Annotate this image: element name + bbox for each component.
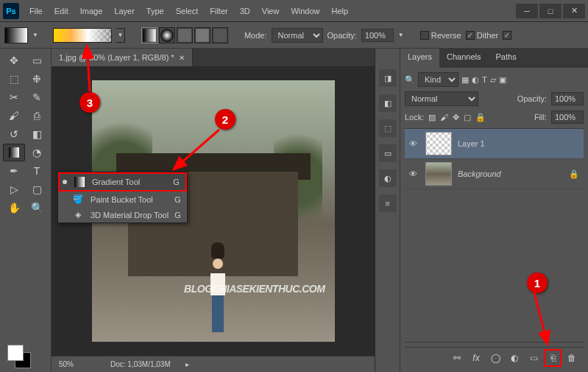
gradient-tool[interactable] bbox=[3, 144, 25, 161]
zoom-tool[interactable]: 🔍 bbox=[26, 199, 48, 217]
color-swatches[interactable] bbox=[7, 345, 24, 361]
adjustments-panel-icon[interactable]: ◐ bbox=[379, 169, 397, 187]
color-panel-icon[interactable]: ◧ bbox=[379, 94, 397, 112]
filter-shape-icon[interactable]: ▱ bbox=[490, 75, 496, 85]
filter-type-icon[interactable]: T bbox=[482, 75, 487, 84]
menu-edit[interactable]: Edit bbox=[49, 4, 74, 18]
layer-thumbnail[interactable] bbox=[425, 162, 452, 186]
blur-tool[interactable]: ◔ bbox=[26, 144, 48, 161]
delete-layer-icon[interactable]: 🗑 bbox=[566, 352, 578, 364]
tab-layers[interactable]: Layers bbox=[400, 49, 439, 68]
lock-transparent-icon[interactable]: ▨ bbox=[428, 113, 436, 122]
foreground-color-swatch[interactable] bbox=[7, 345, 24, 361]
menu-image[interactable]: Image bbox=[74, 4, 109, 18]
close-icon[interactable]: ✕ bbox=[179, 54, 185, 62]
history-panel-icon[interactable]: ◨ bbox=[379, 69, 397, 87]
blend-mode-select[interactable]: Normal bbox=[272, 28, 323, 43]
type-tool[interactable]: T bbox=[26, 162, 48, 180]
layer-filter-select[interactable]: Kind bbox=[418, 72, 458, 87]
history-brush-tool[interactable]: ↺ bbox=[3, 125, 25, 143]
lock-image-icon[interactable]: 🖌 bbox=[440, 113, 448, 122]
search-icon[interactable]: 🔍 bbox=[405, 75, 415, 85]
layer-opacity-label: Opacity: bbox=[517, 94, 547, 103]
pen-tool[interactable]: ✒ bbox=[3, 162, 25, 180]
lasso-tool[interactable]: ❉ bbox=[26, 70, 48, 88]
watermark-text: BLOGCHIASEKIENTHUC.COM bbox=[184, 283, 325, 295]
menu-window[interactable]: Window bbox=[285, 4, 325, 18]
menu-3d[interactable]: 3D bbox=[234, 4, 256, 18]
dither-checkbox[interactable]: Dither bbox=[466, 31, 498, 40]
layer-thumbnail[interactable] bbox=[425, 132, 452, 155]
layer-name[interactable]: Layer 1 bbox=[458, 139, 485, 148]
gradient-radial-button[interactable] bbox=[159, 27, 175, 43]
menu-file[interactable]: File bbox=[24, 4, 49, 18]
gradient-picker-dropdown[interactable]: ▼ bbox=[116, 28, 125, 43]
layer-blend-mode-select[interactable]: Normal bbox=[405, 91, 478, 106]
chevron-down-icon[interactable]: ▼ bbox=[398, 32, 404, 38]
document-tab-title: 1.jpg @ 50% (Layer 1, RGB/8) * bbox=[59, 53, 174, 62]
layer-mask-icon[interactable]: ◯ bbox=[489, 352, 501, 364]
properties-panel-icon[interactable]: ≡ bbox=[379, 194, 397, 212]
window-close-icon[interactable]: ✕ bbox=[563, 4, 585, 18]
paint-bucket-icon: 🪣 bbox=[71, 194, 85, 204]
menu-view[interactable]: View bbox=[256, 4, 286, 18]
layer-style-icon[interactable]: fx bbox=[470, 352, 482, 364]
gradient-diamond-button[interactable] bbox=[212, 27, 228, 43]
filter-adjustment-icon[interactable]: ◐ bbox=[472, 75, 479, 85]
document-tab[interactable]: 1.jpg @ 50% (Layer 1, RGB/8) * ✕ bbox=[52, 49, 193, 66]
filter-smart-icon[interactable]: ▣ bbox=[499, 75, 506, 85]
libraries-panel-icon[interactable]: ▭ bbox=[379, 144, 397, 162]
gradient-picker[interactable] bbox=[53, 28, 112, 43]
clone-stamp-tool[interactable]: ⎙ bbox=[26, 107, 48, 124]
path-selection-tool[interactable]: ▷ bbox=[3, 180, 25, 198]
menu-type[interactable]: Type bbox=[141, 4, 170, 18]
hand-tool[interactable]: ✋ bbox=[3, 199, 25, 217]
new-layer-icon[interactable]: ⎗ bbox=[547, 352, 559, 364]
gradient-linear-button[interactable] bbox=[141, 27, 157, 43]
swatches-panel-icon[interactable]: ⬚ bbox=[379, 119, 397, 137]
layer-fill-input[interactable] bbox=[551, 110, 584, 124]
move-tool[interactable]: ✥ bbox=[3, 52, 25, 69]
window-minimize-icon[interactable]: ─ bbox=[516, 4, 538, 18]
chevron-right-icon[interactable]: ▸ bbox=[185, 360, 189, 368]
zoom-level[interactable]: 50% bbox=[59, 360, 74, 368]
link-layers-icon[interactable]: ⚯ bbox=[451, 352, 463, 364]
lock-icon[interactable]: 🔒 bbox=[569, 169, 579, 179]
tab-channels[interactable]: Channels bbox=[439, 49, 488, 68]
layer-group-icon[interactable]: ▭ bbox=[528, 352, 539, 364]
visibility-icon[interactable]: 👁 bbox=[409, 169, 419, 178]
opacity-input[interactable] bbox=[361, 29, 394, 42]
lock-position-icon[interactable]: ✥ bbox=[453, 113, 459, 122]
crop-tool[interactable]: ✂ bbox=[3, 88, 25, 106]
brush-tool[interactable]: 🖌 bbox=[3, 107, 25, 124]
chevron-down-icon[interactable]: ▼ bbox=[32, 32, 38, 38]
menu-select[interactable]: Select bbox=[170, 4, 205, 18]
flyout-gradient-tool[interactable]: Gradient Tool G bbox=[58, 172, 187, 192]
layer-name[interactable]: Background bbox=[458, 169, 501, 178]
menu-layer[interactable]: Layer bbox=[108, 4, 141, 18]
gradient-angle-button[interactable] bbox=[177, 27, 193, 43]
tab-paths[interactable]: Paths bbox=[489, 49, 524, 68]
transparency-checkbox[interactable] bbox=[503, 31, 511, 40]
layer-opacity-input[interactable] bbox=[551, 92, 584, 105]
layer-row[interactable]: 👁 Layer 1 bbox=[405, 129, 584, 159]
adjustment-layer-icon[interactable]: ◐ bbox=[509, 352, 520, 364]
eyedropper-tool[interactable]: ✎ bbox=[26, 88, 48, 106]
menu-help[interactable]: Help bbox=[326, 4, 355, 18]
eraser-tool[interactable]: ◧ bbox=[26, 125, 48, 143]
visibility-icon[interactable]: 👁 bbox=[409, 139, 419, 148]
artboard-tool[interactable]: ▭ bbox=[26, 52, 48, 69]
filter-pixel-icon[interactable]: ▦ bbox=[461, 75, 469, 85]
window-maximize-icon[interactable]: □ bbox=[539, 4, 562, 18]
gradient-reflected-button[interactable] bbox=[194, 27, 210, 43]
shape-tool[interactable]: ▢ bbox=[26, 180, 48, 198]
flyout-paint-bucket-tool[interactable]: 🪣 Paint Bucket Tool G bbox=[58, 192, 187, 207]
flyout-item-label: Gradient Tool bbox=[92, 178, 140, 186]
lock-all-icon[interactable]: 🔒 bbox=[475, 113, 486, 122]
menu-filter[interactable]: Filter bbox=[204, 4, 233, 18]
marquee-tool[interactable]: ⬚ bbox=[3, 70, 25, 88]
reverse-checkbox[interactable]: Reverse bbox=[420, 31, 461, 40]
flyout-3d-material-drop-tool[interactable]: ◈ 3D Material Drop Tool G bbox=[58, 207, 187, 222]
layer-row[interactable]: 👁 Background 🔒 bbox=[405, 159, 584, 189]
lock-artboard-icon[interactable]: ▢ bbox=[464, 113, 471, 122]
